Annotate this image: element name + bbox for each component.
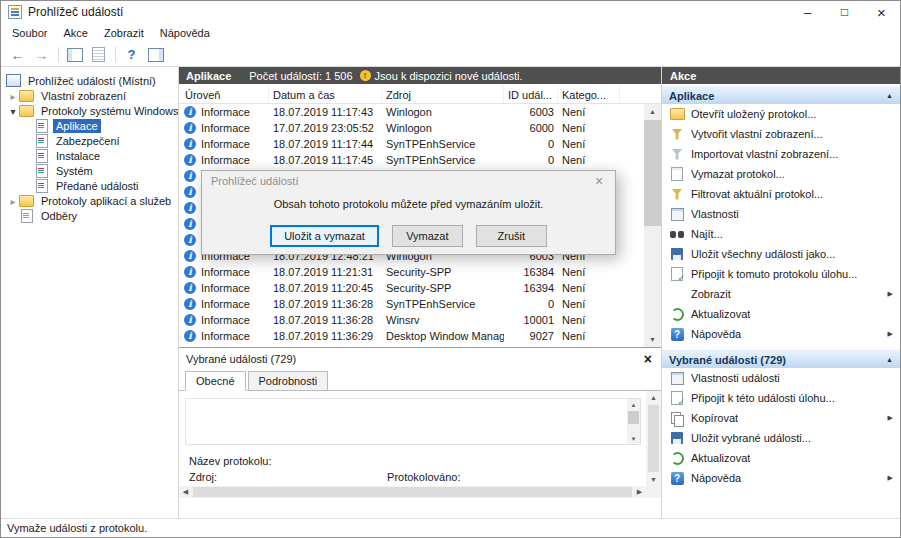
toolbar-console-tree-button[interactable] bbox=[63, 44, 86, 65]
scroll-right-icon[interactable] bbox=[633, 486, 646, 498]
event-description-box[interactable] bbox=[185, 398, 641, 445]
event-row[interactable]: Informace 18.07.2019 11:17:45 SynTPEnhSe… bbox=[179, 152, 661, 168]
preview-close-icon[interactable] bbox=[644, 351, 652, 367]
close-button[interactable] bbox=[863, 1, 900, 23]
collapse-icon[interactable] bbox=[886, 92, 893, 99]
action-item[interactable]: Aktualizovat bbox=[662, 448, 900, 468]
actions-title: Akce bbox=[662, 67, 900, 84]
action-item[interactable]: Nápověda bbox=[662, 324, 900, 344]
subscription-icon bbox=[19, 209, 34, 223]
cell-event-id: 16384 bbox=[504, 264, 558, 280]
event-row[interactable]: Informace 17.07.2019 23:05:52 Winlogon 6… bbox=[179, 120, 661, 136]
field-label: Protokolováno: bbox=[387, 471, 460, 483]
cell-category: Není bbox=[558, 104, 620, 120]
toolbar-help-button[interactable] bbox=[120, 44, 143, 65]
action-item[interactable]: Importovat vlastní zobrazení... bbox=[662, 144, 900, 164]
log-icon bbox=[34, 119, 49, 133]
event-row[interactable]: Informace 18.07.2019 11:17:44 SynTPEnhSe… bbox=[179, 136, 661, 152]
event-row[interactable]: Informace 18.07.2019 11:36:28 SynTPEnhSe… bbox=[179, 296, 661, 312]
column-header[interactable]: Zdroj bbox=[382, 86, 504, 103]
event-row[interactable]: Informace 18.07.2019 11:20:45 Security-S… bbox=[179, 280, 661, 296]
preview-horizontal-scrollbar[interactable] bbox=[179, 486, 646, 498]
menu-item-2[interactable]: Zobrazit bbox=[96, 24, 152, 42]
refresh-icon bbox=[669, 307, 685, 322]
tree-item[interactable]: Systém bbox=[1, 163, 178, 178]
minimize-button[interactable] bbox=[789, 1, 826, 23]
scroll-up-icon[interactable] bbox=[646, 391, 661, 404]
tree-item[interactable]: Instalace bbox=[1, 148, 178, 163]
action-item[interactable]: Zobrazit bbox=[662, 284, 900, 304]
action-item[interactable]: Otevřít uložený protokol... bbox=[662, 104, 900, 124]
action-item[interactable]: Najít... bbox=[662, 224, 900, 244]
expander-icon[interactable] bbox=[7, 195, 19, 207]
list-vertical-scrollbar[interactable] bbox=[644, 104, 661, 347]
scroll-down-icon[interactable] bbox=[646, 473, 661, 486]
action-item[interactable]: Připojit k tomuto protokolu úlohu... bbox=[662, 264, 900, 284]
cancel-button[interactable]: Zrušit bbox=[476, 225, 547, 247]
toolbar-forward-button[interactable] bbox=[30, 44, 53, 65]
save-and-clear-button[interactable]: Uložit a vymazat bbox=[270, 225, 379, 247]
folder-open-icon bbox=[669, 107, 685, 122]
column-header[interactable]: Katego... bbox=[558, 86, 620, 103]
menu-item-3[interactable]: Nápověda bbox=[152, 24, 218, 42]
action-item[interactable]: Nápověda bbox=[662, 468, 900, 488]
menu-item-1[interactable]: Akce bbox=[55, 24, 95, 42]
menu-item-0[interactable]: Soubor bbox=[4, 24, 55, 42]
scroll-thumb[interactable] bbox=[628, 411, 639, 424]
tree-item[interactable]: Předané události bbox=[1, 178, 178, 193]
action-item[interactable]: Uložit vybrané události... bbox=[662, 428, 900, 448]
information-icon bbox=[184, 106, 196, 118]
action-item[interactable]: Vlastnosti události bbox=[662, 368, 900, 388]
cell-level: Informace bbox=[179, 264, 269, 280]
action-item[interactable]: Vytvořit vlastní zobrazení... bbox=[662, 124, 900, 144]
actions-section-header[interactable]: Aplikace bbox=[662, 86, 900, 104]
scroll-thumb[interactable] bbox=[644, 120, 661, 226]
scroll-up-icon[interactable] bbox=[627, 399, 640, 410]
tree-item[interactable]: Protokoly systému Windows bbox=[1, 103, 178, 118]
toolbar-export-list-button[interactable] bbox=[87, 44, 110, 65]
event-row[interactable]: Informace 18.07.2019 11:17:43 Winlogon 6… bbox=[179, 104, 661, 120]
scroll-down-icon[interactable] bbox=[644, 332, 661, 347]
action-item[interactable]: Kopírovat bbox=[662, 408, 900, 428]
tree-item-label: Zabezpečení bbox=[53, 134, 123, 148]
tree-item[interactable]: Zabezpečení bbox=[1, 133, 178, 148]
preview-tab-0[interactable]: Obecné bbox=[185, 371, 246, 391]
event-row[interactable]: Informace 18.07.2019 11:36:28 Winsrv 100… bbox=[179, 312, 661, 328]
expander-icon[interactable] bbox=[7, 105, 19, 117]
action-item[interactable]: Vymazat protokol... bbox=[662, 164, 900, 184]
preview-vertical-scrollbar[interactable] bbox=[646, 391, 661, 486]
action-item[interactable]: Aktualizovat bbox=[662, 304, 900, 324]
toolbar-action-pane-button[interactable] bbox=[144, 44, 167, 65]
tree-item[interactable]: Protokoly aplikací a služeb bbox=[1, 193, 178, 208]
scroll-left-icon[interactable] bbox=[179, 486, 192, 498]
toolbar-back-button[interactable] bbox=[6, 44, 29, 65]
action-item[interactable]: Filtrovat aktuální protokol... bbox=[662, 184, 900, 204]
clear-button[interactable]: Vymazat bbox=[392, 225, 463, 247]
tree-item[interactable]: Aplikace bbox=[1, 118, 178, 133]
tree-item[interactable]: Vlastní zobrazení bbox=[1, 88, 178, 103]
maximize-button[interactable] bbox=[826, 1, 863, 23]
expander-icon[interactable] bbox=[7, 90, 19, 102]
level-text: Informace bbox=[201, 104, 250, 120]
action-item[interactable]: Vlastnosti bbox=[662, 204, 900, 224]
scroll-thumb[interactable] bbox=[193, 487, 632, 497]
preview-tab-1[interactable]: Podrobnosti bbox=[248, 371, 329, 391]
action-item[interactable]: Připojit k této události úlohu... bbox=[662, 388, 900, 408]
cell-level: Informace bbox=[179, 328, 269, 344]
tree-item[interactable]: Prohlížeč událostí (Místní) bbox=[1, 73, 178, 88]
scroll-up-icon[interactable] bbox=[644, 104, 661, 119]
collapse-icon[interactable] bbox=[886, 356, 893, 363]
event-row[interactable]: Informace 18.07.2019 11:21:31 Security-S… bbox=[179, 264, 661, 280]
actions-section-header[interactable]: Vybrané události (729) bbox=[662, 350, 900, 368]
scroll-down-icon[interactable] bbox=[627, 433, 640, 444]
dialog-close-icon[interactable] bbox=[583, 173, 615, 189]
column-header[interactable]: Datum a čas bbox=[269, 86, 382, 103]
action-item[interactable]: Uložit všechny události jako... bbox=[662, 244, 900, 264]
tree-item[interactable]: Odběry bbox=[1, 208, 178, 223]
description-scrollbar[interactable] bbox=[627, 399, 640, 444]
scroll-thumb[interactable] bbox=[648, 405, 659, 472]
event-row[interactable]: Informace 18.07.2019 11:36:29 Desktop Wi… bbox=[179, 328, 661, 344]
action-item-label: Filtrovat aktuální protokol... bbox=[691, 188, 823, 200]
column-header[interactable]: Úroveň bbox=[179, 86, 269, 103]
column-header[interactable]: ID udál... bbox=[504, 86, 558, 103]
